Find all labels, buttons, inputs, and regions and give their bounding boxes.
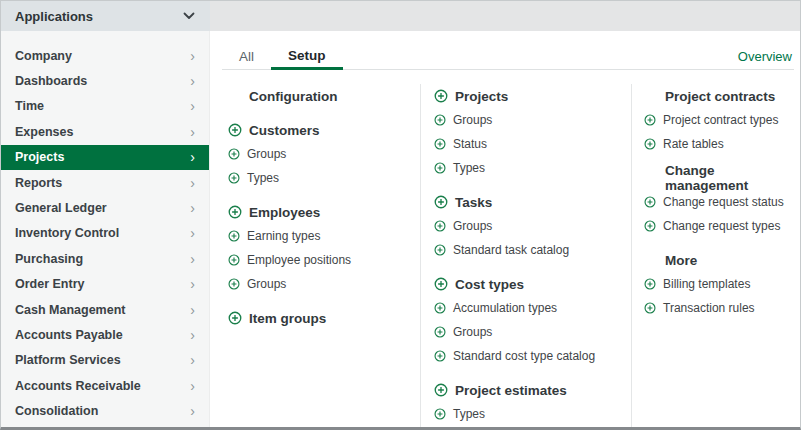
menu-header-project-estimates[interactable]: Project estimates [434,378,631,402]
menu-item-project-types[interactable]: Types [434,156,631,180]
sidebar-item-projects[interactable]: Projects› [1,145,209,170]
chevron-right-icon: › [190,226,195,240]
chevron-right-icon: › [190,49,195,63]
menu-item-project-status[interactable]: Status [434,132,631,156]
menu-header-cost-types[interactable]: Cost types [434,272,631,296]
menu-item-earning-types[interactable]: Earning types [228,224,420,248]
menu-header-employees[interactable]: Employees [228,200,420,224]
sidebar-item-order-entry[interactable]: Order Entry› [1,272,209,297]
chevron-right-icon: › [190,353,195,367]
section-header-more: More [644,248,800,272]
menu-item-employee-groups[interactable]: Groups [228,272,420,296]
menu-header-customers[interactable]: Customers [228,118,420,142]
tab-all[interactable]: All [222,43,271,69]
menu-item-accumulation-types[interactable]: Accumulation types [434,296,631,320]
chevron-right-icon: › [190,150,195,164]
add-icon [434,326,446,338]
tab-bar: All Setup Overview [222,31,794,70]
menu-header-projects[interactable]: Projects [434,84,631,108]
column-contracts-more: Project contracts Project contract types… [631,84,800,427]
add-icon [434,114,446,126]
menu-item-cost-type-groups[interactable]: Groups [434,320,631,344]
add-icon [434,244,446,256]
column-configuration: Configuration Customers Groups Types Emp… [210,84,420,427]
add-icon [644,138,656,150]
chevron-down-icon[interactable] [183,12,195,20]
tab-setup[interactable]: Setup [271,43,343,70]
chevron-right-icon: › [190,252,195,266]
chevron-right-icon: › [190,125,195,139]
add-icon [644,278,656,290]
menu-item-transaction-rules[interactable]: Transaction rules [644,296,800,320]
section-header-configuration: Configuration [228,84,420,108]
add-icon [434,89,448,103]
add-icon [434,162,446,174]
menu-item-project-groups[interactable]: Groups [434,108,631,132]
menu-header-tasks[interactable]: Tasks [434,190,631,214]
chevron-right-icon: › [190,176,195,190]
sidebar-item-accounts-payable[interactable]: Accounts Payable› [1,322,209,347]
sidebar-item-platform-services[interactable]: Platform Services› [1,348,209,373]
add-icon [228,254,240,266]
add-icon [228,123,242,137]
sidebar-item-cash-management[interactable]: Cash Management› [1,297,209,322]
sidebar-item-reports[interactable]: Reports› [1,170,209,195]
menu-item-estimate-types[interactable]: Types [434,402,631,426]
applications-sidebar: Company› Dashboards› Time› Expenses› Pro… [1,31,210,427]
chevron-right-icon: › [190,201,195,215]
add-icon [434,408,446,420]
overview-link[interactable]: Overview [738,49,794,64]
add-icon [228,278,240,290]
sidebar-item-expenses[interactable]: Expenses› [1,119,209,144]
menu-header-item-groups[interactable]: Item groups [228,306,420,330]
projects-menu-panel: All Setup Overview Configuration Custome… [210,31,800,427]
sidebar-item-consolidation[interactable]: Consolidation› [1,398,209,423]
sidebar-item-dashboards[interactable]: Dashboards› [1,68,209,93]
sidebar-item-company[interactable]: Company› [1,43,209,68]
sidebar-item-purchasing[interactable]: Purchasing› [1,246,209,271]
menu-item-billing-templates[interactable]: Billing templates [644,272,800,296]
add-icon [644,302,656,314]
menu-item-employee-positions[interactable]: Employee positions [228,248,420,272]
menu-item-project-contract-types[interactable]: Project contract types [644,108,800,132]
top-bar: Applications [1,1,800,31]
add-icon [644,114,656,126]
menu-item-change-request-status[interactable]: Change request status [644,190,800,214]
column-projects: Projects Groups Status Types Tasks Group… [420,84,631,427]
setup-menu-columns: Configuration Customers Groups Types Emp… [210,70,800,427]
chevron-right-icon: › [190,74,195,88]
menu-item-customer-types[interactable]: Types [228,166,420,190]
app-window: Applications Company› Dashboards› Time› … [0,0,801,430]
menu-item-task-groups[interactable]: Groups [434,214,631,238]
add-icon [434,302,446,314]
add-icon [434,220,446,232]
menu-item-standard-cost-type-catalog[interactable]: Standard cost type catalog [434,344,631,368]
top-bar-filler [210,1,800,31]
sidebar-item-inventory-control[interactable]: Inventory Control› [1,221,209,246]
applications-menu-header[interactable]: Applications [1,1,210,31]
chevron-right-icon: › [190,277,195,291]
add-icon [228,311,242,325]
add-icon [228,148,240,160]
menu-item-customer-groups[interactable]: Groups [228,142,420,166]
add-icon [228,230,240,242]
chevron-right-icon: › [190,303,195,317]
add-icon [228,172,240,184]
add-icon [434,195,448,209]
section-header-change-management: Change management [644,166,800,190]
add-icon [434,383,448,397]
menu-item-standard-task-catalog[interactable]: Standard task catalog [434,238,631,262]
menu-item-rate-tables[interactable]: Rate tables [644,132,800,156]
sidebar-item-accounts-receivable[interactable]: Accounts Receivable› [1,373,209,398]
add-icon [434,138,446,150]
chevron-right-icon: › [190,328,195,342]
chevron-right-icon: › [190,99,195,113]
menu-item-change-request-types[interactable]: Change request types [644,214,800,238]
sidebar-item-general-ledger[interactable]: General Ledger› [1,195,209,220]
section-header-project-contracts: Project contracts [644,84,800,108]
sidebar-item-time[interactable]: Time› [1,94,209,119]
add-icon [228,205,242,219]
add-icon [434,277,448,291]
applications-menu-title: Applications [15,9,93,24]
add-icon [644,196,656,208]
